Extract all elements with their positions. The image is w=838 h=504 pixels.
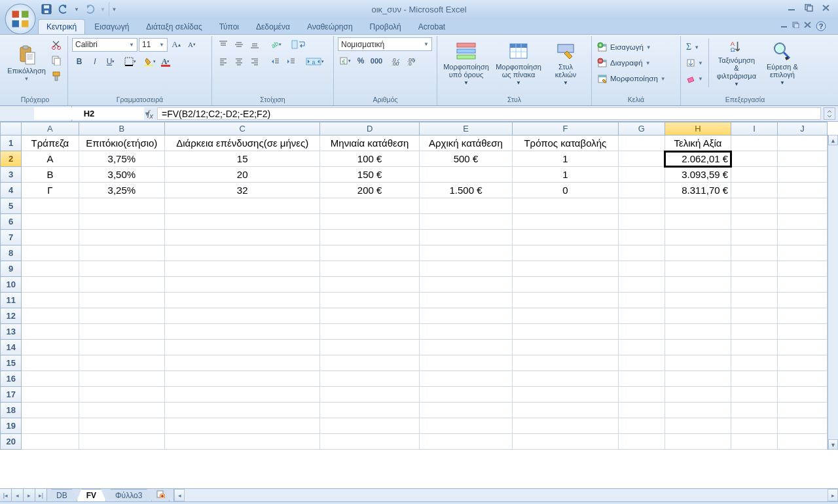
cell-E1[interactable]: Αρχική κατάθεση — [420, 135, 513, 151]
cell-D7[interactable] — [320, 230, 420, 245]
ribbon-tab-αναθεώρηση[interactable]: Αναθεώρηση — [299, 20, 361, 34]
office-button[interactable] — [4, 3, 37, 35]
cell-G12[interactable] — [618, 308, 665, 324]
ribbon-tab-εισαγωγή[interactable]: Εισαγωγή — [86, 20, 137, 34]
row-header-9[interactable]: 9 — [1, 261, 22, 277]
cell-E6[interactable] — [420, 214, 513, 230]
cell-E10[interactable] — [420, 277, 513, 293]
cell-I7[interactable] — [731, 230, 778, 245]
vertical-scrollbar[interactable]: ▲ ▼ — [828, 135, 838, 450]
cell-F8[interactable] — [512, 245, 618, 261]
cell-J13[interactable] — [777, 324, 827, 340]
sheet-nav-last-icon[interactable]: ▸| — [35, 489, 47, 501]
cell-J10[interactable] — [777, 277, 827, 293]
decrease-indent-icon[interactable] — [268, 54, 283, 69]
cell-F6[interactable] — [512, 214, 618, 230]
cell-I11[interactable] — [731, 293, 778, 308]
cell-G5[interactable] — [618, 198, 665, 214]
cell-D20[interactable] — [320, 434, 420, 450]
delete-cells-button[interactable]: Διαγραφή▼ — [596, 56, 652, 70]
cell-F11[interactable] — [512, 293, 618, 308]
workbook-minimize-icon[interactable] — [780, 21, 788, 30]
cell-D1[interactable]: Μηνιαία κατάθεση — [320, 135, 420, 151]
save-icon[interactable] — [39, 2, 54, 16]
scroll-up-icon[interactable]: ▲ — [828, 135, 838, 145]
row-header-12[interactable]: 12 — [1, 308, 22, 324]
scroll-right-icon[interactable]: ▸ — [828, 489, 838, 501]
row-header-15[interactable]: 15 — [1, 355, 22, 371]
cell-A1[interactable]: Τράπεζα — [22, 135, 79, 151]
row-header-8[interactable]: 8 — [1, 245, 22, 261]
cell-A10[interactable] — [22, 277, 79, 293]
accounting-format-icon[interactable]: €▾ — [338, 54, 352, 68]
cell-C1[interactable]: Διάρκεια επένδυσης(σε μήνες) — [165, 135, 320, 151]
workbook-close-icon[interactable] — [804, 21, 812, 30]
number-format-combo[interactable]: Νομισματική▼ — [338, 37, 432, 51]
cell-J11[interactable] — [777, 293, 827, 308]
cell-D6[interactable] — [320, 214, 420, 230]
conditional-format-button[interactable]: Μορφοποίηση υπό όρους▼ — [441, 37, 491, 88]
cut-icon[interactable] — [49, 37, 64, 52]
row-header-16[interactable]: 16 — [1, 371, 22, 387]
cell-I15[interactable] — [731, 355, 778, 371]
row-header-6[interactable]: 6 — [1, 214, 22, 230]
cell-B18[interactable] — [79, 403, 165, 418]
name-box[interactable]: ▼ — [0, 106, 72, 121]
border-icon[interactable]: ▾ — [123, 54, 137, 69]
cell-I17[interactable] — [731, 387, 778, 403]
cell-A6[interactable] — [22, 214, 79, 230]
cell-D2[interactable]: 100 € — [320, 151, 420, 167]
font-size-combo[interactable]: 11▼ — [139, 38, 168, 52]
fill-color-icon[interactable]: ▾ — [143, 54, 157, 69]
row-header-10[interactable]: 10 — [1, 277, 22, 293]
cell-A15[interactable] — [22, 355, 79, 371]
cell-H8[interactable] — [665, 245, 731, 261]
cell-J5[interactable] — [777, 198, 827, 214]
select-all-corner[interactable] — [1, 122, 22, 135]
cell-F3[interactable]: 1 — [512, 167, 618, 183]
insert-cells-button[interactable]: Εισαγωγή▼ — [596, 40, 653, 54]
align-left-icon[interactable] — [216, 54, 230, 69]
cell-I20[interactable] — [731, 434, 778, 450]
cell-J14[interactable] — [777, 340, 827, 355]
cell-D3[interactable]: 150 € — [320, 167, 420, 183]
cell-I1[interactable] — [731, 135, 778, 151]
col-header-D[interactable]: D — [320, 122, 420, 135]
cell-J8[interactable] — [777, 245, 827, 261]
cell-J15[interactable] — [777, 355, 827, 371]
cell-C8[interactable] — [165, 245, 320, 261]
cell-I3[interactable] — [731, 167, 778, 183]
cell-I18[interactable] — [731, 403, 778, 418]
cell-J19[interactable] — [777, 418, 827, 434]
ribbon-tab-δεδομένα[interactable]: Δεδομένα — [248, 20, 298, 34]
cell-B12[interactable] — [79, 308, 165, 324]
cell-G4[interactable] — [618, 183, 665, 198]
cell-C11[interactable] — [165, 293, 320, 308]
cell-H7[interactable] — [665, 230, 731, 245]
cell-A14[interactable] — [22, 340, 79, 355]
cell-J4[interactable] — [777, 183, 827, 198]
cell-C19[interactable] — [165, 418, 320, 434]
cell-G9[interactable] — [618, 261, 665, 277]
cell-G2[interactable] — [618, 151, 665, 167]
horizontal-scrollbar[interactable]: ◂ ▸ — [173, 489, 838, 501]
row-header-5[interactable]: 5 — [1, 198, 22, 214]
cell-C6[interactable] — [165, 214, 320, 230]
format-as-table-button[interactable]: Μορφοποίηση ως πίνακα▼ — [494, 37, 543, 88]
cell-E20[interactable] — [420, 434, 513, 450]
cell-A8[interactable] — [22, 245, 79, 261]
col-header-H[interactable]: H — [665, 122, 731, 135]
cell-A9[interactable] — [22, 261, 79, 277]
cell-G11[interactable] — [618, 293, 665, 308]
align-middle-icon[interactable] — [232, 37, 246, 52]
cell-G8[interactable] — [618, 245, 665, 261]
cell-I12[interactable] — [731, 308, 778, 324]
bold-icon[interactable]: B — [72, 54, 86, 69]
cell-G13[interactable] — [618, 324, 665, 340]
new-sheet-icon[interactable] — [151, 488, 170, 501]
comma-icon[interactable]: 000 — [369, 54, 384, 68]
cell-H13[interactable] — [665, 324, 731, 340]
cell-A11[interactable] — [22, 293, 79, 308]
cell-B2[interactable]: 3,75% — [79, 151, 165, 167]
cell-I16[interactable] — [731, 371, 778, 387]
